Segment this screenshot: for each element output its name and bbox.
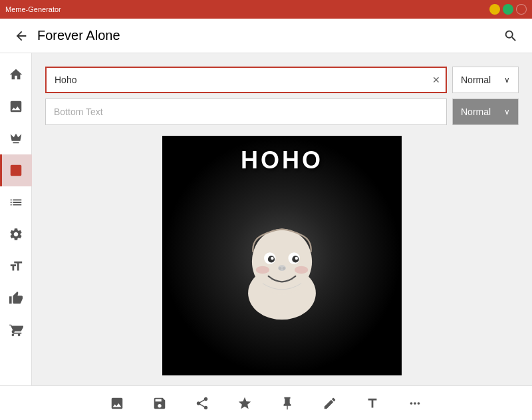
meme-top-text: HOHO bbox=[162, 146, 402, 174]
sidebar-item-crown[interactable] bbox=[0, 122, 32, 154]
cart-icon bbox=[9, 323, 23, 337]
back-button[interactable] bbox=[11, 25, 32, 47]
toolbar-edit-icon bbox=[323, 396, 337, 411]
sidebar-item-home[interactable] bbox=[0, 59, 32, 91]
svg-point-6 bbox=[271, 257, 273, 260]
header: Forever Alone bbox=[0, 19, 532, 53]
forever-alone-face-svg bbox=[229, 216, 335, 322]
top-style-label: Normal bbox=[461, 75, 491, 85]
top-text-row: ✕ Normal ∨ bbox=[45, 67, 519, 93]
sidebar bbox=[0, 53, 32, 385]
toolbar-text-icon bbox=[365, 396, 380, 411]
gallery-icon bbox=[9, 99, 23, 114]
text-font-icon bbox=[9, 259, 23, 274]
toolbar-image-button[interactable] bbox=[104, 390, 130, 417]
sidebar-item-gallery[interactable] bbox=[0, 91, 32, 122]
minimize-button[interactable] bbox=[489, 4, 500, 15]
toolbar-more-button[interactable] bbox=[402, 390, 428, 417]
sidebar-item-list[interactable] bbox=[0, 186, 32, 218]
svg-point-9 bbox=[279, 267, 281, 270]
sidebar-item-text-font[interactable] bbox=[0, 250, 32, 282]
top-text-input[interactable] bbox=[45, 67, 447, 93]
sidebar-item-image-edit[interactable] bbox=[0, 154, 32, 186]
thumb-up-icon bbox=[9, 291, 23, 306]
bottom-style-label: Normal bbox=[461, 106, 491, 117]
search-button[interactable] bbox=[500, 25, 521, 47]
toolbar-text-button[interactable] bbox=[359, 390, 386, 417]
list-icon bbox=[9, 195, 23, 210]
sidebar-item-thumb-up[interactable] bbox=[0, 282, 32, 314]
toolbar-more-icon bbox=[408, 396, 422, 411]
settings-icon bbox=[9, 227, 23, 242]
bottom-text-wrapper bbox=[45, 99, 447, 125]
toolbar-save-icon bbox=[152, 396, 167, 411]
sidebar-item-cart[interactable] bbox=[0, 314, 32, 346]
svg-point-10 bbox=[283, 267, 285, 270]
toolbar-share-icon bbox=[195, 396, 209, 411]
bottom-style-arrow: ∨ bbox=[504, 107, 510, 116]
toolbar-star-button[interactable] bbox=[231, 390, 258, 417]
page-title: Forever Alone bbox=[37, 28, 500, 43]
toolbar-pin-button[interactable] bbox=[274, 390, 301, 417]
back-icon bbox=[14, 29, 29, 43]
meme-container: HOHO bbox=[45, 136, 519, 375]
close-button[interactable] bbox=[516, 4, 527, 15]
svg-point-7 bbox=[295, 257, 298, 260]
crown-icon bbox=[9, 131, 23, 146]
top-text-wrapper: ✕ bbox=[45, 67, 447, 93]
meme-image: HOHO bbox=[162, 136, 402, 375]
top-style-dropdown[interactable]: Normal ∨ bbox=[452, 67, 519, 93]
bottom-style-dropdown[interactable]: Normal ∨ bbox=[452, 99, 519, 125]
toolbar-image-icon bbox=[110, 396, 124, 411]
svg-point-12 bbox=[295, 266, 308, 274]
toolbar-star-icon bbox=[237, 396, 252, 411]
maximize-button[interactable] bbox=[503, 4, 513, 15]
top-style-arrow: ∨ bbox=[504, 75, 510, 85]
toolbar-save-button[interactable] bbox=[146, 390, 173, 417]
clear-top-text-icon[interactable]: ✕ bbox=[432, 75, 440, 85]
svg-point-1 bbox=[252, 229, 312, 295]
search-icon bbox=[503, 29, 518, 43]
image-edit-icon bbox=[9, 163, 23, 178]
toolbar-pin-icon bbox=[280, 396, 295, 411]
bottom-text-row: Normal ∨ bbox=[45, 99, 519, 125]
app-title: Meme-Generator bbox=[5, 5, 61, 13]
toolbar-edit-button[interactable] bbox=[317, 390, 343, 417]
title-bar: Meme-Generator bbox=[0, 0, 532, 19]
sidebar-item-settings[interactable] bbox=[0, 218, 32, 250]
bottom-toolbar bbox=[0, 385, 532, 420]
text-inputs-area: ✕ Normal ∨ Normal ∨ bbox=[45, 67, 519, 125]
svg-point-11 bbox=[256, 266, 269, 274]
toolbar-share-button[interactable] bbox=[189, 390, 215, 417]
home-icon bbox=[9, 67, 23, 82]
app-body: ✕ Normal ∨ Normal ∨ bbox=[0, 53, 532, 385]
bottom-text-input[interactable] bbox=[45, 99, 447, 125]
window-controls bbox=[489, 4, 527, 15]
main-content: ✕ Normal ∨ Normal ∨ bbox=[32, 53, 532, 385]
